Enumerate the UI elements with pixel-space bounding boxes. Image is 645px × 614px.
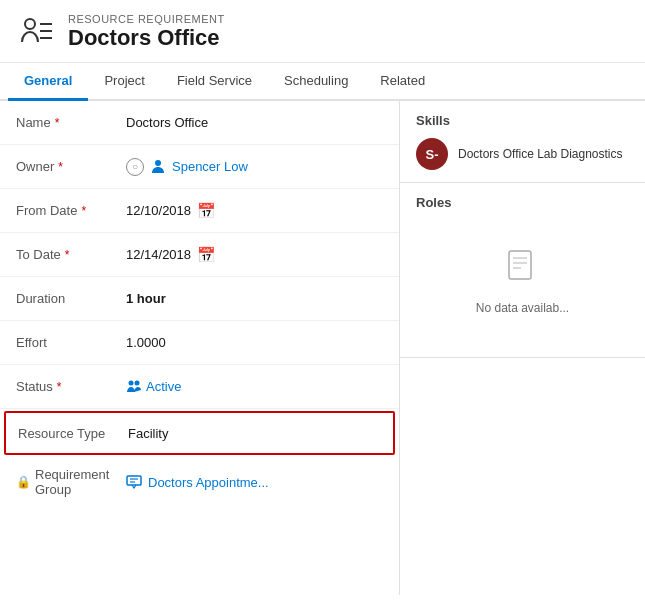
resource-requirement-icon xyxy=(16,12,56,52)
tab-scheduling[interactable]: Scheduling xyxy=(268,63,364,101)
tab-field-service[interactable]: Field Service xyxy=(161,63,268,101)
field-value-requirement-group[interactable]: Doctors Appointme... xyxy=(126,475,269,490)
field-label-name: Name * xyxy=(16,115,126,130)
field-from-date: From Date * 12/10/2018 📅 xyxy=(0,189,399,233)
roles-empty-state: No data availab... xyxy=(416,220,629,345)
required-indicator-status: * xyxy=(57,380,62,394)
roles-empty-icon xyxy=(507,250,539,293)
header-title: Doctors Office xyxy=(68,25,225,51)
field-label-effort: Effort xyxy=(16,335,126,350)
lock-icon: 🔒 xyxy=(16,475,31,489)
field-duration: Duration 1 hour xyxy=(0,277,399,321)
right-panel: Skills S- Doctors Office Lab Diagnostics… xyxy=(400,101,645,595)
field-value-to-date: 12/14/2018 📅 xyxy=(126,246,383,264)
required-indicator-owner: * xyxy=(58,160,63,174)
header-subtitle: RESOURCE REQUIREMENT xyxy=(68,13,225,25)
field-effort: Effort 1.0000 xyxy=(0,321,399,365)
skill-name: Doctors Office Lab Diagnostics xyxy=(458,146,623,163)
field-label-duration: Duration xyxy=(16,291,126,306)
skills-title: Skills xyxy=(416,113,629,128)
svg-point-4 xyxy=(155,160,161,166)
field-value-owner: ○ Spencer Low xyxy=(126,158,383,176)
field-label-owner: Owner * xyxy=(16,159,126,174)
field-value-status: Active xyxy=(126,379,383,395)
tab-project[interactable]: Project xyxy=(88,63,160,101)
required-indicator-name: * xyxy=(55,116,60,130)
roles-title: Roles xyxy=(416,195,629,210)
roles-empty-text: No data availab... xyxy=(476,301,569,315)
field-label-resource-type: Resource Type xyxy=(18,426,128,441)
person-icon xyxy=(150,159,166,175)
main-content: Name * Doctors Office Owner * ○ Spencer … xyxy=(0,101,645,595)
status-people-icon xyxy=(126,379,142,395)
skills-section: Skills S- Doctors Office Lab Diagnostics xyxy=(400,101,645,183)
field-name: Name * Doctors Office xyxy=(0,101,399,145)
field-to-date: To Date * 12/14/2018 📅 xyxy=(0,233,399,277)
owner-lookup-icon[interactable]: ○ xyxy=(126,158,144,176)
requirement-group-icon xyxy=(126,475,142,489)
tabs-bar: General Project Field Service Scheduling… xyxy=(0,63,645,101)
field-label-to-date: To Date * xyxy=(16,247,126,262)
header: RESOURCE REQUIREMENT Doctors Office xyxy=(0,0,645,63)
field-value-resource-type: Facility xyxy=(128,426,381,441)
field-value-from-date: 12/10/2018 📅 xyxy=(126,202,383,220)
left-panel: Name * Doctors Office Owner * ○ Spencer … xyxy=(0,101,400,595)
svg-rect-10 xyxy=(509,251,531,279)
svg-point-0 xyxy=(25,19,35,29)
required-indicator-to-date: * xyxy=(65,248,70,262)
field-label-from-date: From Date * xyxy=(16,203,126,218)
svg-point-5 xyxy=(129,380,134,385)
requirement-group-link[interactable]: Doctors Appointme... xyxy=(148,475,269,490)
svg-point-6 xyxy=(135,380,140,385)
header-text: RESOURCE REQUIREMENT Doctors Office xyxy=(68,13,225,51)
field-value-duration: 1 hour xyxy=(126,291,383,306)
tab-related[interactable]: Related xyxy=(364,63,441,101)
calendar-icon-to[interactable]: 📅 xyxy=(197,246,216,264)
calendar-icon-from[interactable]: 📅 xyxy=(197,202,216,220)
field-status: Status * Active xyxy=(0,365,399,409)
field-label-status: Status * xyxy=(16,379,126,394)
field-resource-type: Resource Type Facility xyxy=(4,411,395,455)
required-indicator-from-date: * xyxy=(81,204,86,218)
tab-general[interactable]: General xyxy=(8,63,88,101)
svg-rect-7 xyxy=(127,476,141,485)
roles-section: Roles No data availab... xyxy=(400,183,645,358)
field-label-requirement-group: 🔒 Requirement Group xyxy=(16,467,126,497)
field-value-effort: 1.0000 xyxy=(126,335,383,350)
skill-item: S- Doctors Office Lab Diagnostics xyxy=(416,138,629,170)
field-requirement-group: 🔒 Requirement Group Doctors Appointme... xyxy=(0,457,399,507)
field-value-name: Doctors Office xyxy=(126,115,383,130)
owner-link[interactable]: Spencer Low xyxy=(172,159,248,174)
field-owner: Owner * ○ Spencer Low xyxy=(0,145,399,189)
skill-avatar: S- xyxy=(416,138,448,170)
